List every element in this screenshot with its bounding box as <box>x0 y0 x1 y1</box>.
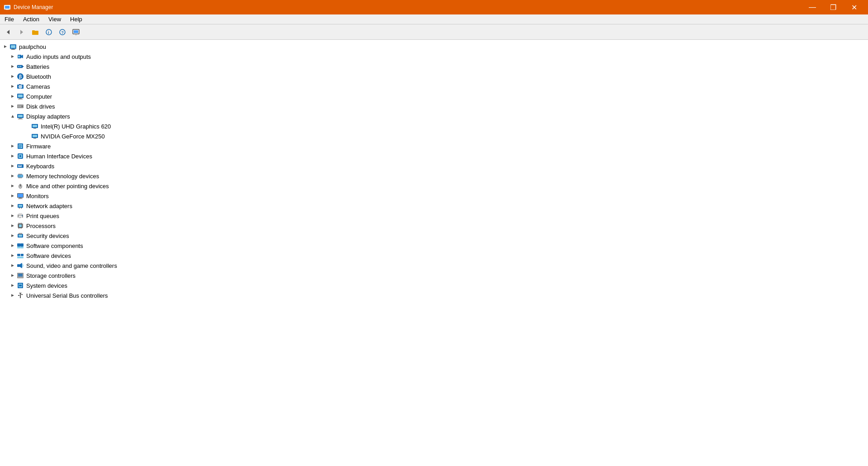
tree-display-adapters[interactable]: Display adapters <box>0 111 868 121</box>
svg-marker-148 <box>11 284 14 287</box>
tree-hid[interactable]: Human Interface Devices <box>0 151 868 161</box>
tree-mice[interactable]: Mice and other pointing devices <box>0 181 868 191</box>
close-button[interactable]: ✕ <box>844 0 864 14</box>
svg-rect-73 <box>18 166 22 167</box>
svg-rect-138 <box>21 254 24 256</box>
software-devices-icon <box>16 252 24 260</box>
tree-network-adapters[interactable]: Network adapters <box>0 201 868 211</box>
cameras-toggle[interactable] <box>9 83 16 90</box>
tree-firmware[interactable]: Firmware <box>0 141 868 151</box>
usb-controllers-label: Universal Serial Bus controllers <box>26 292 108 299</box>
computer-toggle[interactable] <box>9 93 16 100</box>
software-devices-label: Software devices <box>26 252 71 259</box>
svg-marker-22 <box>21 55 23 58</box>
tree-system-devices[interactable]: System devices <box>0 281 868 290</box>
intel-gpu-icon <box>31 122 39 130</box>
svg-rect-23 <box>18 56 20 57</box>
computer-icon <box>16 92 24 100</box>
network-adapters-toggle[interactable] <box>9 202 16 209</box>
tree-bluetooth[interactable]: β Bluetooth <box>0 71 868 81</box>
sound-toggle[interactable] <box>9 262 16 269</box>
security-devices-toggle[interactable] <box>9 232 16 239</box>
svg-rect-46 <box>18 106 21 107</box>
bluetooth-toggle[interactable] <box>9 73 16 80</box>
svg-marker-29 <box>11 75 14 78</box>
menu-action[interactable]: Action <box>19 14 44 24</box>
monitors-toggle[interactable] <box>9 192 16 200</box>
svg-rect-108 <box>19 217 22 218</box>
tree-memory[interactable]: Memory technology devices <box>0 171 868 181</box>
minimize-button[interactable]: — <box>802 0 823 14</box>
tree-keyboards[interactable]: Keyboards <box>0 161 868 171</box>
help-button[interactable]: ? <box>56 26 69 38</box>
svg-rect-12 <box>74 30 78 33</box>
tree-disk-drives[interactable]: Disk drives <box>0 101 868 111</box>
audio-toggle[interactable] <box>9 53 16 60</box>
back-button[interactable] <box>2 26 14 38</box>
processors-toggle[interactable] <box>9 222 16 229</box>
tree-software-devices[interactable]: Software devices <box>0 251 868 261</box>
tree-usb-controllers[interactable]: Universal Serial Bus controllers <box>0 290 868 300</box>
audio-label: Audio inputs and outputs <box>26 53 91 60</box>
svg-marker-154 <box>19 293 22 294</box>
tree-nvidia-gpu[interactable]: NVIDIA GeForce MX250 <box>0 131 868 141</box>
menu-view[interactable]: View <box>44 14 66 24</box>
mice-toggle[interactable] <box>9 182 16 190</box>
root-toggle[interactable] <box>2 43 9 50</box>
tree-audio[interactable]: Audio inputs and outputs <box>0 52 868 62</box>
bluetooth-label: Bluetooth <box>26 73 51 80</box>
firmware-toggle[interactable] <box>9 143 16 150</box>
svg-marker-4 <box>20 30 23 34</box>
tree-cameras[interactable]: Cameras <box>0 81 868 91</box>
tree-computer[interactable]: Computer <box>0 91 868 101</box>
system-devices-toggle[interactable] <box>9 282 16 289</box>
batteries-toggle[interactable] <box>9 63 16 70</box>
svg-rect-121 <box>17 225 18 226</box>
svg-rect-71 <box>19 165 20 166</box>
svg-rect-62 <box>19 146 22 147</box>
svg-rect-85 <box>19 174 20 175</box>
svg-marker-24 <box>11 65 14 68</box>
menu-help[interactable]: Help <box>66 14 87 24</box>
hid-toggle[interactable] <box>9 152 16 160</box>
svg-marker-47 <box>11 115 14 118</box>
monitor-button[interactable] <box>70 26 82 38</box>
disk-drives-toggle[interactable] <box>9 103 16 110</box>
tree-storage-controllers[interactable]: Storage controllers <box>0 271 868 281</box>
forward-button[interactable] <box>15 26 28 38</box>
menu-file[interactable]: File <box>0 14 19 24</box>
restore-button[interactable]: ❐ <box>823 0 844 14</box>
sound-icon <box>16 262 24 270</box>
tree-root[interactable]: paulpchou <box>0 42 868 52</box>
properties-button[interactable]: i <box>42 26 55 38</box>
folder-button[interactable] <box>29 26 42 38</box>
svg-rect-69 <box>17 164 24 168</box>
tree-intel-gpu[interactable]: Intel(R) UHD Graphics 620 <box>0 121 868 131</box>
tree-security-devices[interactable]: Security devices <box>0 231 868 241</box>
svg-rect-80 <box>19 177 19 178</box>
software-components-toggle[interactable] <box>9 242 16 249</box>
svg-rect-101 <box>19 208 20 209</box>
svg-marker-152 <box>11 294 14 297</box>
memory-icon <box>16 172 24 180</box>
svg-rect-97 <box>18 199 23 199</box>
tree-sound[interactable]: Sound, video and game controllers <box>0 261 868 271</box>
print-queues-toggle[interactable] <box>9 212 16 219</box>
software-devices-toggle[interactable] <box>9 252 16 259</box>
tree-print-queues[interactable]: Print queues <box>0 211 868 221</box>
storage-controllers-toggle[interactable] <box>9 272 16 279</box>
firmware-icon <box>16 142 24 150</box>
usb-controllers-toggle[interactable] <box>9 292 16 299</box>
display-adapters-toggle[interactable] <box>9 113 16 120</box>
tree-processors[interactable]: Processors <box>0 221 868 231</box>
tree-software-components[interactable]: Software components <box>0 241 868 251</box>
svg-rect-86 <box>20 174 21 175</box>
title-bar: Device Manager — ❐ ✕ <box>0 0 868 14</box>
processors-label: Processors <box>26 223 56 229</box>
tree-batteries[interactable]: Batteries <box>0 62 868 71</box>
tree-monitors[interactable]: Monitors <box>0 191 868 201</box>
app-icon <box>4 4 11 11</box>
toolbar: i ? <box>0 24 868 40</box>
memory-toggle[interactable] <box>9 172 16 180</box>
keyboards-toggle[interactable] <box>9 162 16 170</box>
